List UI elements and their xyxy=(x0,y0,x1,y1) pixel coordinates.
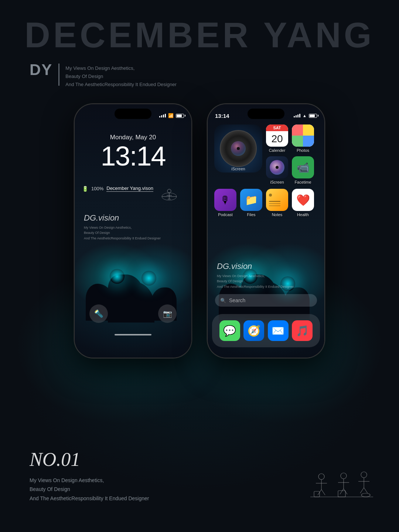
podcast-icon[interactable]: 🎙 xyxy=(214,189,236,211)
iscreen-widget[interactable]: iScreen xyxy=(214,125,262,173)
camera-button[interactable]: 📷 xyxy=(158,304,177,323)
app-item-iscreen-small[interactable]: iScreen xyxy=(266,156,288,184)
photo-cell-4 xyxy=(303,136,314,147)
lock-buttons: 🔦 📷 xyxy=(75,304,191,323)
signal-bars-left xyxy=(159,114,166,117)
home-screen-content: iScreen SAT 20 Calender xyxy=(208,125,324,217)
signal-bar-3 xyxy=(163,115,164,117)
dy-letters: DY xyxy=(30,62,52,78)
app-item-facetime[interactable]: 📹 Facetime xyxy=(292,156,314,184)
svg-rect-22 xyxy=(314,491,320,497)
dg-vision-script-lock: DG.vision xyxy=(84,213,161,223)
app-item-photos[interactable]: Photos xyxy=(292,125,314,153)
calendar-header: SAT xyxy=(266,125,288,131)
app-row-2: 🎙 Podcast 📁 Files xyxy=(211,189,321,217)
flashlight-button[interactable]: 🔦 xyxy=(89,304,108,323)
svg-line-19 xyxy=(360,488,364,493)
search-bar[interactable]: 🔍 Search xyxy=(215,294,317,307)
app-item-calendar[interactable]: SAT 20 Calender xyxy=(266,125,288,153)
facetime-icon[interactable]: 📹 xyxy=(292,156,314,178)
svg-line-20 xyxy=(364,488,368,493)
status-icons-right: ▲ xyxy=(294,113,317,118)
dock-music[interactable]: 🎵 xyxy=(292,320,313,341)
dg-home: DG.vision My Views On Design Aesthetics,… xyxy=(217,262,294,289)
iscreen-small-label: iScreen xyxy=(270,180,284,184)
notes-dot xyxy=(269,194,272,197)
calendar-icon[interactable]: SAT 20 xyxy=(266,125,288,147)
battery-icon-right xyxy=(309,114,317,118)
iscreen-small-hole xyxy=(276,166,279,169)
phones-container: 📶 Monday, May 20 13:14 🔋 100% December Y… xyxy=(74,103,325,358)
status-icons-left: 📶 xyxy=(159,113,184,118)
notes-icon[interactable] xyxy=(266,189,288,211)
dg-vision-desc-home: My Views On Design Aesthetics, Beauty Of… xyxy=(217,273,294,289)
svg-point-6 xyxy=(318,474,324,480)
iscreen-small-vinyl xyxy=(270,160,284,175)
vinyl-record xyxy=(220,130,257,167)
vinyl-center xyxy=(231,141,246,156)
iscreen-small-icon[interactable] xyxy=(266,156,288,178)
app-item-health[interactable]: ❤️ Health xyxy=(292,189,314,217)
facetime-emoji: 📹 xyxy=(297,161,310,174)
home-indicator-left xyxy=(115,334,151,335)
illustration-widget xyxy=(153,184,186,204)
health-label: Health xyxy=(297,212,309,217)
mail-emoji: ✉️ xyxy=(272,325,284,337)
tagline-1: My Views On Design Aesthetics, xyxy=(65,64,176,72)
left-phone: 📶 Monday, May 20 13:14 🔋 100% December Y… xyxy=(74,103,192,358)
right-phone: 13:14 ▲ xyxy=(207,103,325,358)
moon-left xyxy=(110,269,125,284)
cal-photos-row: SAT 20 Calender xyxy=(266,125,314,153)
photos-icon[interactable] xyxy=(292,125,314,147)
svg-line-10 xyxy=(321,490,325,495)
app-item-iscreen-widget[interactable]: iScreen xyxy=(214,125,262,173)
podcast-emoji: 🎙 xyxy=(220,194,231,206)
dock-messages[interactable]: 💬 xyxy=(219,320,240,341)
bottom-illustration xyxy=(303,458,377,510)
app-item-podcast[interactable]: 🎙 Podcast xyxy=(214,189,236,217)
files-icon[interactable]: 📁 xyxy=(240,189,262,211)
svg-point-2 xyxy=(167,189,171,193)
dy-logo-area: DY My Views On Design Aesthetics, Beauty… xyxy=(30,62,177,89)
notes-lines xyxy=(269,201,280,206)
dg-vision-lock: DG.vision My Views On Design Aesthetics,… xyxy=(84,213,161,241)
dock-mail[interactable]: ✉️ xyxy=(268,320,289,341)
signal-bar-1 xyxy=(159,116,160,117)
dock: 💬 🧭 ✉️ 🎵 xyxy=(212,314,320,347)
photo-cell-1 xyxy=(292,125,303,136)
signal-bar-2 xyxy=(161,115,162,117)
vinyl-hole xyxy=(237,147,240,150)
header-title: DECEMBER YANG xyxy=(0,15,399,55)
app-row-1: iScreen SAT 20 Calender xyxy=(211,125,321,184)
dg-vision-desc-lock: My Views On Design Aesthetics, Beauty Of… xyxy=(84,225,161,241)
health-icon[interactable]: ❤️ xyxy=(292,189,314,211)
battery-pct: 100% xyxy=(91,186,103,191)
lock-bottom: 🔦 📷 xyxy=(75,304,191,335)
search-icon: 🔍 xyxy=(220,298,226,303)
svg-point-16 xyxy=(361,472,367,478)
safari-emoji: 🧭 xyxy=(248,325,260,337)
health-heart: ❤️ xyxy=(296,194,310,207)
dynamic-island-left xyxy=(115,109,151,119)
iscreen-widget-label: iScreen xyxy=(214,167,262,171)
files-label: Files xyxy=(247,212,255,217)
app-item-files[interactable]: 📁 Files xyxy=(240,189,262,217)
moon-right xyxy=(141,271,156,286)
battery-label: December Yang.vison xyxy=(106,185,153,192)
battery-fill-left xyxy=(177,115,182,117)
facetime-label: Facetime xyxy=(294,180,311,184)
svg-point-11 xyxy=(341,473,347,479)
calendar-date: 20 xyxy=(271,131,283,147)
search-text: Search xyxy=(229,297,245,303)
lock-date: Monday, May 20 xyxy=(75,134,191,141)
podcast-label: Podcast xyxy=(218,212,233,217)
battery-icon-left xyxy=(176,114,184,118)
app-item-notes[interactable]: Notes xyxy=(266,189,288,217)
dock-safari[interactable]: 🧭 xyxy=(243,320,264,341)
dy-tagline: My Views On Design Aesthetics, Beauty Of… xyxy=(65,62,176,89)
messages-emoji: 💬 xyxy=(223,325,236,337)
lock-illustration-svg xyxy=(153,184,186,204)
files-emoji: 📁 xyxy=(245,194,258,206)
bottom-illustration-svg xyxy=(303,458,377,510)
photo-cell-2 xyxy=(303,125,314,136)
